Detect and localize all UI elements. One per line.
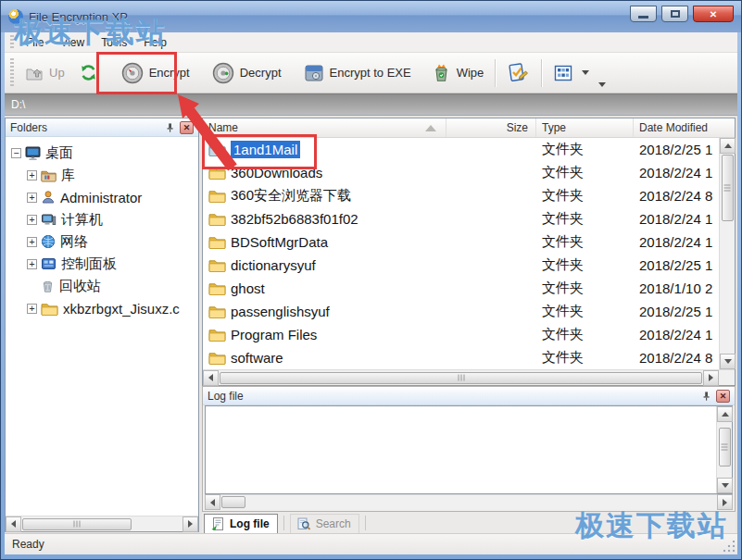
scrollbar-track[interactable] (720, 222, 735, 354)
file-row[interactable]: 360Downloads文件夹2018/2/24 1 (203, 161, 719, 184)
file-list-vertical-scrollbar[interactable] (719, 138, 735, 369)
resize-grip[interactable] (723, 541, 736, 553)
tree-item[interactable]: +xkbzrbgxt_Jisuxz.c (9, 297, 196, 319)
tree-item[interactable]: +控制面板 (9, 253, 196, 275)
menu-item-file[interactable]: File (18, 34, 52, 51)
refresh-icon (80, 64, 97, 81)
expand-icon[interactable]: + (27, 215, 37, 225)
column-header-date-modified[interactable]: Date Modified (634, 118, 719, 137)
scroll-left-arrow[interactable] (205, 494, 220, 510)
encrypt-to-exe-button[interactable]: Encrypt to EXE (296, 59, 419, 87)
scroll-up-arrow[interactable] (720, 138, 736, 154)
expand-icon[interactable]: + (27, 170, 37, 180)
expand-icon[interactable]: + (27, 193, 37, 203)
file-row[interactable]: Program Files文件夹2018/2/24 1 (203, 323, 719, 346)
current-path: D:\ (11, 98, 25, 111)
log-close-icon[interactable]: ✕ (716, 390, 730, 403)
pin-icon[interactable] (699, 390, 713, 403)
toolbar-gripper[interactable] (10, 58, 14, 86)
scrollbar-thumb[interactable] (722, 155, 734, 221)
tab-label: Search (316, 517, 351, 530)
tree-item[interactable]: +库 (9, 164, 196, 186)
tab-log-file[interactable]: Log file (204, 514, 278, 533)
folders-close-icon[interactable]: ✕ (180, 121, 194, 134)
library-icon (41, 168, 57, 182)
file-row[interactable]: BDSoftMgrData文件夹2018/2/24 1 (203, 230, 719, 254)
scroll-right-arrow[interactable] (703, 370, 719, 386)
file-type: 文件夹 (536, 187, 634, 205)
folder-icon (208, 351, 226, 365)
file-row[interactable]: dictionarysyuf文件夹2018/2/25 1 (203, 254, 719, 277)
address-bar[interactable]: D:\ (5, 93, 737, 116)
tree-item[interactable]: −桌面 (9, 142, 196, 164)
search-icon (296, 516, 311, 531)
toolbar-overflow-caret[interactable] (598, 82, 606, 87)
log-panel: Log file ✕ (202, 386, 736, 512)
scrollbar-thumb[interactable] (221, 496, 245, 508)
encrypt-label: Encrypt (149, 66, 190, 80)
file-row[interactable]: ghost文件夹2018/1/10 2 (203, 277, 719, 300)
file-row[interactable]: passenglishsyuf文件夹2018/2/25 1 (203, 300, 719, 323)
scrollbar-track[interactable] (717, 467, 732, 478)
wipe-label: Wipe (457, 66, 484, 80)
pin-icon[interactable] (163, 121, 177, 134)
views-icon (553, 64, 573, 82)
scroll-up-arrow[interactable] (717, 406, 733, 422)
menubar-gripper[interactable] (10, 35, 14, 49)
column-header-name[interactable]: Name (203, 118, 446, 137)
file-date-modified: 2018/2/24 1 (634, 327, 719, 342)
scroll-right-arrow[interactable] (182, 516, 198, 532)
encrypt-button[interactable]: Encrypt (114, 57, 197, 89)
tree-item-label: 桌面 (45, 144, 73, 162)
sort-ascending-icon (425, 125, 436, 131)
expand-icon[interactable]: + (27, 259, 37, 269)
decrypt-button[interactable]: Decrypt (205, 57, 289, 89)
file-type: 文件夹 (536, 164, 634, 181)
column-header-type[interactable]: Type (536, 118, 634, 137)
menu-item-tools[interactable]: Tools (93, 34, 135, 51)
expand-icon[interactable]: + (27, 304, 37, 314)
column-header-size[interactable]: Size (446, 118, 536, 137)
close-button[interactable]: ✕ (693, 6, 734, 22)
wipe-button[interactable]: Wipe (424, 58, 492, 87)
maximize-button[interactable] (661, 6, 688, 22)
expand-icon[interactable]: + (27, 237, 37, 247)
refresh-button[interactable] (72, 59, 105, 86)
file-row[interactable]: 360安全浏览器下载文件夹2018/2/24 8 (203, 184, 719, 207)
views-button[interactable] (546, 59, 597, 87)
tree-item[interactable]: +计算机 (9, 208, 196, 230)
scrollbar-thumb[interactable] (22, 518, 132, 530)
scroll-down-arrow[interactable] (720, 354, 736, 369)
menu-item-help[interactable]: Help (135, 34, 175, 51)
file-name: software (231, 350, 283, 366)
scroll-left-arrow[interactable] (6, 516, 21, 532)
tree-item-label: 控制面板 (61, 255, 117, 273)
folders-horizontal-scrollbar[interactable] (6, 516, 198, 531)
menu-item-view[interactable]: View (52, 34, 93, 51)
log-horizontal-scrollbar[interactable] (205, 494, 733, 509)
minimize-button[interactable] (630, 6, 657, 22)
collapse-icon[interactable]: − (11, 148, 21, 158)
folder-tree: −桌面+库+Administrator+计算机+网络+控制面板回收站+xkbzr… (6, 137, 198, 516)
scrollbar-thumb[interactable] (220, 372, 702, 384)
options-button[interactable] (499, 57, 537, 88)
tab-search[interactable]: Search (290, 514, 359, 533)
scroll-right-arrow[interactable] (717, 494, 733, 510)
scroll-left-arrow[interactable] (203, 370, 219, 386)
log-textarea[interactable] (205, 405, 733, 494)
titlebar[interactable]: File Encryption XP ✕ (1, 1, 741, 32)
file-row[interactable]: software文件夹2018/2/24 8 (203, 346, 719, 369)
log-vertical-scrollbar[interactable] (716, 406, 732, 493)
scrollbar-thumb[interactable] (719, 428, 731, 467)
file-row[interactable]: 1and1Mail文件夹2018/2/25 1 (203, 138, 719, 161)
up-button[interactable]: Up (18, 60, 72, 86)
tree-item[interactable]: +网络 (9, 230, 196, 253)
tree-item[interactable]: +Administrator (9, 186, 196, 208)
window-title: File Encryption XP (29, 10, 128, 24)
file-list-horizontal-scrollbar[interactable] (203, 369, 735, 385)
computer-icon (41, 212, 57, 227)
tree-item[interactable]: 回收站 (9, 275, 196, 297)
encrypt-exe-icon (304, 64, 324, 82)
scroll-down-arrow[interactable] (717, 478, 733, 493)
file-row[interactable]: 382bf52b6883f01f02文件夹2018/2/24 1 (203, 207, 719, 230)
